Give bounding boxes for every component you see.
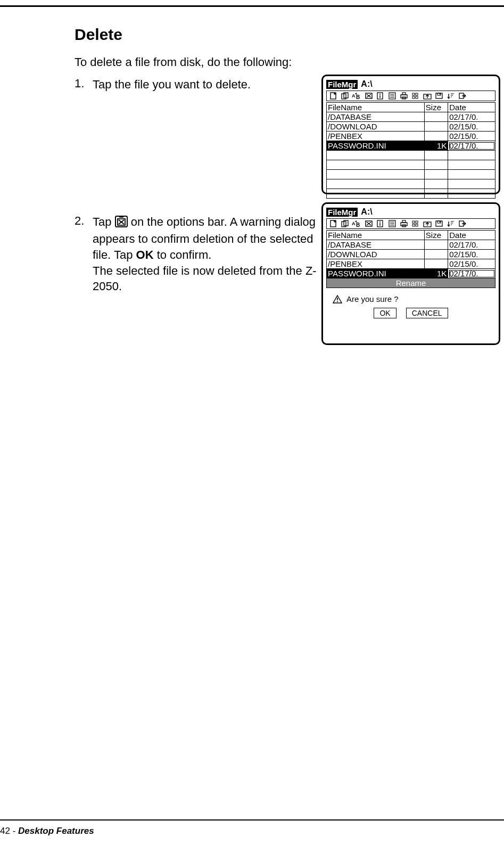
text-after-bold: to confirm.: [154, 248, 212, 261]
cell-filename[interactable]: PASSWORD.INI: [327, 269, 425, 278]
table-row[interactable]: PASSWORD.INI1K02/17/0.: [327, 269, 495, 278]
cell-size[interactable]: 1K: [424, 269, 448, 278]
svg-rect-25: [412, 96, 415, 99]
properties-icon[interactable]: [375, 92, 386, 100]
cell-size[interactable]: [424, 112, 448, 122]
file-table: FileName Size Date /DATABASE02/17/0./DOW…: [326, 102, 495, 199]
cancel-button[interactable]: CANCEL: [406, 308, 448, 318]
print-icon[interactable]: [398, 92, 410, 100]
svg-point-14: [379, 94, 381, 95]
svg-rect-55: [416, 221, 418, 223]
titlebar: FileMgr A:\: [326, 207, 495, 218]
disk-icon[interactable]: [433, 92, 445, 100]
svg-point-45: [379, 221, 381, 223]
grid-icon[interactable]: [410, 92, 422, 100]
svg-text:A: A: [352, 93, 356, 99]
svg-rect-20: [401, 95, 407, 98]
cell-filename[interactable]: /DOWNLOAD: [327, 250, 425, 259]
cell-filename[interactable]: /DATABASE: [327, 240, 425, 250]
section-heading: Delete: [75, 26, 484, 44]
cell-date[interactable]: 02/15/0.: [448, 250, 495, 259]
cell-date[interactable]: 02/15/0.: [448, 122, 495, 132]
cell-date[interactable]: 02/15/0.: [448, 259, 495, 269]
cell-date[interactable]: 02/17/0.: [448, 240, 495, 250]
grid-icon[interactable]: [410, 219, 422, 228]
cell-filename[interactable]: /PENBEX: [327, 132, 425, 141]
sort-icon[interactable]: [445, 92, 457, 100]
list-icon[interactable]: [386, 219, 398, 228]
app-name: FileMgr: [326, 80, 358, 89]
ab-icon[interactable]: AB: [351, 219, 363, 228]
table-row[interactable]: PASSWORD.INI1K02/17/0.: [327, 141, 495, 151]
top-rule: [0, 5, 504, 7]
svg-rect-56: [412, 224, 415, 226]
titlebar: FileMgr A:\: [326, 79, 495, 91]
print-icon[interactable]: [398, 219, 410, 228]
footer-sep: -: [10, 826, 18, 836]
col-filename[interactable]: FileName: [327, 231, 425, 240]
exit-icon[interactable]: [457, 219, 468, 228]
svg-text:B: B: [356, 222, 360, 227]
table-header: FileName Size Date: [327, 103, 495, 112]
cell-date[interactable]: 02/17/0.: [448, 112, 495, 122]
table-row[interactable]: /DOWNLOAD02/15/0.: [327, 250, 495, 259]
sort-icon[interactable]: [445, 219, 457, 228]
svg-rect-30: [440, 94, 441, 95]
table-row[interactable]: /DOWNLOAD02/15/0.: [327, 122, 495, 132]
table-row[interactable]: /PENBEX02/15/0.: [327, 132, 495, 141]
copy-icon[interactable]: [340, 92, 351, 100]
table-row[interactable]: /DATABASE02/17/0.: [327, 112, 495, 122]
new-file-icon[interactable]: [328, 92, 340, 100]
table-row[interactable]: /DATABASE02/17/0.: [327, 240, 495, 250]
ok-button[interactable]: OK: [374, 308, 396, 318]
col-date[interactable]: Date: [448, 231, 495, 240]
cell-filename[interactable]: /DATABASE: [327, 112, 425, 122]
cell-size[interactable]: [424, 122, 448, 132]
cell-date[interactable]: 02/17/0.: [448, 269, 495, 278]
col-size[interactable]: Size: [424, 103, 448, 112]
cell-size[interactable]: 1K: [424, 141, 448, 151]
exit-icon[interactable]: [457, 92, 468, 100]
cell-size[interactable]: [424, 250, 448, 259]
cell-size[interactable]: [424, 132, 448, 141]
svg-rect-59: [436, 221, 442, 226]
col-size[interactable]: Size: [424, 231, 448, 240]
table-row[interactable]: /PENBEX02/15/0.: [327, 259, 495, 269]
table-row-empty: [327, 170, 495, 179]
ab-icon[interactable]: AB: [351, 92, 363, 100]
screenshot-filemgr-confirm: FileMgr A:\ AB FileName Size Date /DATAB…: [321, 202, 500, 345]
svg-text:A: A: [352, 221, 356, 226]
toolbar: AB: [326, 91, 495, 101]
cell-filename[interactable]: PASSWORD.INI: [327, 141, 425, 151]
cell-filename[interactable]: /DOWNLOAD: [327, 122, 425, 132]
cell-size[interactable]: [424, 240, 448, 250]
path-label: A:\: [361, 79, 372, 89]
table-row-empty: [327, 151, 495, 160]
delete-icon[interactable]: [363, 219, 375, 228]
cell-date[interactable]: 02/17/0.: [448, 141, 495, 151]
up-folder-icon[interactable]: [422, 219, 433, 228]
path-label: A:\: [361, 207, 372, 217]
cell-size[interactable]: [424, 259, 448, 269]
file-table: FileName Size Date /DATABASE02/17/0./DOW…: [326, 230, 495, 278]
ok-bold: OK: [136, 248, 154, 261]
new-file-icon[interactable]: [328, 219, 340, 228]
up-folder-icon[interactable]: [422, 92, 433, 100]
text-before-icon: Tap: [93, 215, 115, 228]
svg-rect-57: [416, 224, 418, 226]
cell-date[interactable]: 02/15/0.: [448, 132, 495, 141]
step-text: Tap the file you want to delete.: [93, 78, 251, 91]
col-filename[interactable]: FileName: [327, 103, 425, 112]
app-name: FileMgr: [326, 208, 358, 217]
disk-icon[interactable]: [433, 219, 445, 228]
properties-icon[interactable]: [375, 219, 386, 228]
list-icon[interactable]: [386, 92, 398, 100]
col-date[interactable]: Date: [448, 103, 495, 112]
cell-filename[interactable]: /PENBEX: [327, 259, 425, 269]
warning-icon: [333, 295, 342, 303]
step-number: 1.: [75, 77, 93, 91]
svg-rect-51: [401, 223, 407, 226]
copy-icon[interactable]: [340, 219, 351, 228]
delete-icon[interactable]: [363, 92, 375, 100]
table-row-empty: [327, 179, 495, 189]
